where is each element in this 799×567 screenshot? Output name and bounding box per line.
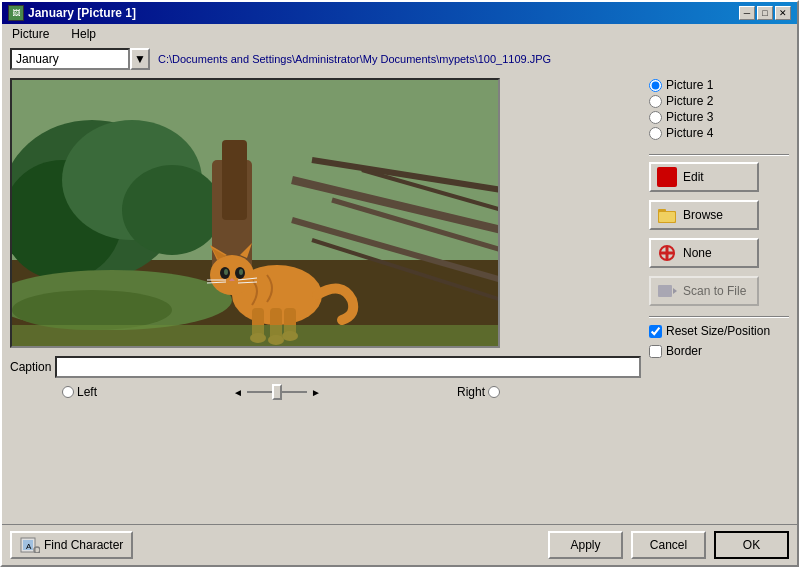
menu-help[interactable]: Help [65,26,102,42]
apply-button[interactable]: Apply [548,531,623,559]
bottom-bar: A Find Character Apply Cancel OK [2,524,797,565]
cat-image-svg [12,80,500,348]
menu-bar: Picture Help [2,24,797,44]
browse-button[interactable]: Browse [649,200,759,230]
cancel-button[interactable]: Cancel [631,531,706,559]
reset-size-row: Reset Size/Position [649,324,789,338]
minimize-button[interactable]: ─ [739,6,755,20]
menu-picture[interactable]: Picture [6,26,55,42]
close-button[interactable]: ✕ [775,6,791,20]
divider-1 [649,154,789,156]
scan-icon [657,281,677,301]
browse-svg [657,207,677,223]
picture-4-radio[interactable] [649,127,662,140]
svg-rect-7 [222,140,247,220]
picture-1-row: Picture 1 [649,78,789,92]
title-bar: 🖼 January [Picture 1] ─ □ ✕ [2,2,797,24]
slider-thumb[interactable] [272,384,282,400]
image-display [10,78,500,348]
picture-3-radio[interactable] [649,111,662,124]
find-character-button[interactable]: A Find Character [10,531,133,559]
picture-4-row: Picture 4 [649,126,789,140]
align-left-text: Left [77,385,97,399]
edit-button[interactable]: Edit [649,162,759,192]
picture-2-radio[interactable] [649,95,662,108]
reset-size-checkbox[interactable] [649,325,662,338]
none-button[interactable]: None [649,238,759,268]
divider-2 [649,316,789,318]
alignment-row: Left ◄ ► Right [10,384,500,400]
dropdown-arrow-icon[interactable]: ▼ [130,48,150,70]
none-icon [657,243,677,263]
caption-input[interactable] [55,356,641,378]
border-row: Border [649,344,789,358]
main-window: 🖼 January [Picture 1] ─ □ ✕ Picture Help… [0,0,799,567]
border-label: Border [666,344,702,358]
align-left-radio[interactable] [62,386,74,398]
svg-point-37 [661,171,673,183]
picture-1-label: Picture 1 [666,78,713,92]
align-right-label[interactable]: Right [457,385,500,399]
picture-3-row: Picture 3 [649,110,789,124]
none-svg [658,244,676,262]
dropdown-value: January [10,48,130,70]
align-right-text: Right [457,385,485,399]
picture-1-radio[interactable] [649,79,662,92]
scan-label: Scan to File [683,284,746,298]
svg-rect-44 [658,285,672,297]
edit-label: Edit [683,170,704,184]
svg-marker-45 [673,288,677,294]
title-buttons: ─ □ ✕ [739,6,791,20]
browse-label: Browse [683,208,723,222]
find-char-icon: A [20,537,40,553]
picture-2-row: Picture 2 [649,94,789,108]
slider-arrow-left: ◄ [233,387,243,398]
caption-label: Caption [10,360,51,374]
picture-2-label: Picture 2 [666,94,713,108]
picture-3-label: Picture 3 [666,110,713,124]
svg-rect-40 [659,212,675,222]
svg-point-24 [239,269,243,275]
svg-line-50 [39,552,40,553]
svg-point-17 [210,255,254,295]
picture-group: Picture 1 Picture 2 Picture 3 Picture 4 [649,78,789,140]
scan-svg [657,283,677,299]
svg-text:A: A [26,542,32,551]
picture-4-label: Picture 4 [666,126,713,140]
scan-button[interactable]: Scan to File [649,276,759,306]
align-right-radio[interactable] [488,386,500,398]
border-checkbox[interactable] [649,345,662,358]
maximize-button[interactable]: □ [757,6,773,20]
slider-arrow-right: ► [311,387,321,398]
pet-dropdown[interactable]: January ▼ [10,48,150,70]
none-label: None [683,246,712,260]
svg-point-15 [12,290,172,330]
edit-icon [657,167,677,187]
window-icon: 🖼 [8,5,24,21]
ok-button[interactable]: OK [714,531,789,559]
slider-track-container [247,384,307,400]
align-left-label[interactable]: Left [62,385,97,399]
file-path: C:\Documents and Settings\Administrator\… [158,53,551,65]
edit-svg [659,169,675,185]
caption-row: Caption [10,356,641,378]
toolbar: January ▼ C:\Documents and Settings\Admi… [2,44,797,74]
browse-icon [657,205,677,225]
left-panel: Caption Left ◄ ► Right [10,78,641,520]
svg-point-5 [122,165,222,255]
title-bar-left: 🖼 January [Picture 1] [8,5,136,21]
window-title: January [Picture 1] [28,6,136,20]
content-area: Caption Left ◄ ► Right [2,74,797,524]
right-panel: Picture 1 Picture 2 Picture 3 Picture 4 [649,78,789,520]
find-character-label: Find Character [44,538,123,552]
svg-rect-36 [12,325,500,348]
reset-size-label: Reset Size/Position [666,324,770,338]
slider-area: ◄ ► [97,384,457,400]
svg-point-23 [224,269,228,275]
